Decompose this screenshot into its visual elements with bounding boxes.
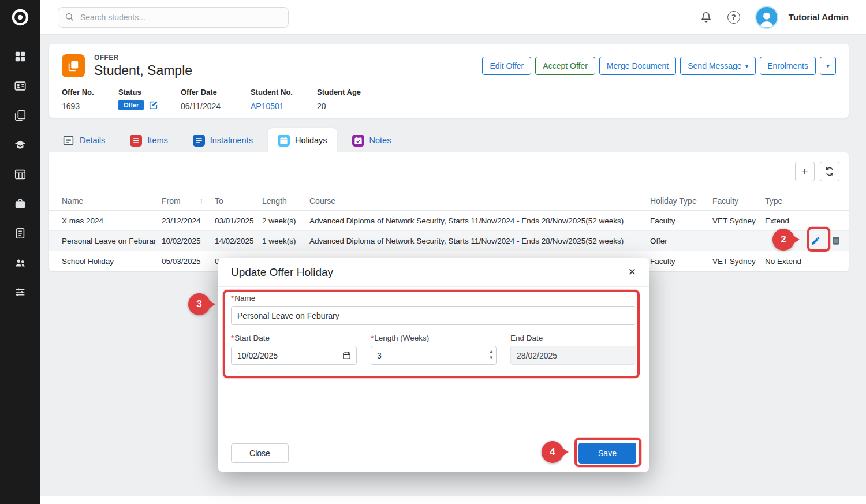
edit-status-icon[interactable]: [148, 100, 159, 110]
cell-from: 10/02/2025: [156, 231, 209, 251]
invoice-icon: [14, 227, 27, 240]
cell-name: School Holiday: [49, 251, 156, 271]
tab-holidays-label: Holidays: [295, 136, 327, 145]
accept-offer-button[interactable]: Accept Offer: [535, 57, 595, 75]
chevron-down-icon: ▾: [745, 62, 749, 70]
cell-actions: [802, 211, 849, 231]
tab-instalments[interactable]: Instalments: [183, 128, 263, 152]
col-header-to[interactable]: To: [209, 191, 256, 211]
sidebar-nav: [13, 35, 27, 299]
enrolments-button[interactable]: Enrolments: [760, 57, 816, 75]
holidays-icon: [278, 135, 290, 147]
cell-faculty: VET Sydney: [707, 211, 759, 231]
chevron-down-icon: ▾: [826, 62, 830, 70]
student-age-value: 20: [317, 102, 361, 111]
col-header-from[interactable]: From ↑: [156, 191, 209, 211]
col-header-length[interactable]: Length: [256, 191, 304, 211]
app-logo[interactable]: [0, 0, 40, 35]
help-icon: ?: [727, 11, 740, 24]
start-date-input[interactable]: [231, 346, 357, 365]
sidebar: [0, 0, 40, 504]
cell-length: 1 week(s): [256, 231, 304, 251]
table-row: Personal Leave on Feburary 10/02/2025 14…: [49, 231, 849, 251]
offer-header-card: OFFER Student, Sample Edit Offer Accept …: [49, 44, 849, 118]
offer-type-icon: [62, 54, 85, 77]
dashboard-icon: [14, 50, 27, 63]
edit-holiday-icon[interactable]: [811, 236, 821, 246]
send-message-button[interactable]: Send Message ▾: [680, 57, 756, 75]
holiday-name-input[interactable]: [231, 306, 636, 325]
close-button[interactable]: Close: [231, 443, 289, 463]
cell-faculty: VET Sydney: [707, 251, 759, 271]
edit-offer-button[interactable]: Edit Offer: [482, 57, 531, 75]
sidebar-item-reports[interactable]: [13, 167, 27, 181]
table-toolbar: +: [49, 152, 849, 191]
cell-type: No Extend: [759, 251, 802, 271]
cell-type: Extend: [759, 211, 802, 231]
from-header-label: From: [162, 196, 181, 206]
table-icon: [14, 168, 27, 181]
graduation-cap-icon: [14, 139, 27, 151]
sidebar-item-dashboard[interactable]: [13, 50, 27, 64]
sidebar-item-courses[interactable]: [13, 138, 27, 152]
sidebar-item-agents[interactable]: [13, 197, 27, 211]
more-actions-button[interactable]: ▾: [820, 57, 836, 75]
sidebar-item-offers[interactable]: [13, 109, 27, 122]
col-header-type[interactable]: Type: [759, 191, 802, 211]
user-icon: [757, 9, 777, 28]
tab-items-label: Items: [147, 136, 167, 145]
length-weeks-input[interactable]: [371, 346, 497, 365]
search-box: [58, 7, 289, 28]
tab-items[interactable]: Items: [120, 128, 177, 152]
col-header-holiday-type[interactable]: Holiday Type: [644, 191, 707, 211]
help-button[interactable]: ?: [727, 11, 740, 24]
col-header-faculty[interactable]: Faculty: [707, 191, 759, 211]
step-3-number: 3: [188, 293, 210, 315]
cell-name: X mas 2024: [49, 211, 156, 231]
stepper-up-icon[interactable]: ▴: [490, 348, 492, 354]
topbar-right: ? Tutorial Admin: [700, 6, 849, 29]
student-no-link[interactable]: AP10501: [251, 102, 317, 111]
close-icon[interactable]: ✕: [628, 266, 636, 278]
save-button[interactable]: Save: [578, 443, 636, 464]
main-content: OFFER Student, Sample Edit Offer Accept …: [40, 35, 866, 271]
step-3-callout: 3: [188, 293, 210, 315]
search-input[interactable]: [58, 7, 289, 28]
tab-notes[interactable]: Notes: [342, 128, 401, 152]
col-header-course[interactable]: Course: [304, 191, 644, 211]
sidebar-item-settings[interactable]: [13, 285, 27, 299]
sidebar-item-users[interactable]: [13, 256, 27, 270]
modal-title: Update Offer Holiday: [231, 266, 333, 279]
name-field-label: Name: [234, 294, 255, 303]
delete-holiday-icon[interactable]: [831, 236, 841, 246]
instalments-icon: [193, 135, 205, 147]
student-no-label: Student No.: [251, 88, 317, 96]
cell-type: [759, 231, 802, 251]
tab-details[interactable]: Details: [53, 128, 115, 152]
offer-no-value: 1693: [62, 102, 118, 111]
merge-document-button[interactable]: Merge Document: [599, 57, 676, 75]
tab-holidays[interactable]: Holidays: [268, 128, 337, 152]
refresh-button[interactable]: [820, 162, 839, 181]
update-offer-holiday-modal: Update Offer Holiday ✕ * Name * Start Da…: [218, 258, 649, 472]
documents-icon: [14, 109, 27, 122]
bell-icon: [700, 11, 712, 24]
number-stepper[interactable]: ▴ ▾: [490, 348, 492, 361]
cell-to: 14/02/2025: [209, 231, 256, 251]
notifications-button[interactable]: [700, 11, 712, 24]
avatar[interactable]: [755, 6, 778, 29]
sidebar-item-students[interactable]: [13, 79, 27, 93]
add-holiday-button[interactable]: +: [795, 162, 815, 181]
status-badge: Offer: [118, 100, 144, 110]
cell-actions: [802, 231, 849, 251]
sidebar-item-finance[interactable]: [13, 226, 27, 240]
items-icon: [130, 135, 142, 147]
offer-kicker: OFFER: [94, 54, 192, 62]
tab-notes-label: Notes: [369, 136, 391, 145]
col-header-name[interactable]: Name: [49, 191, 156, 211]
table-row: X mas 2024 23/12/2024 03/01/2025 2 week(…: [49, 211, 849, 231]
required-asterisk: *: [231, 294, 234, 303]
stepper-down-icon[interactable]: ▾: [490, 354, 492, 361]
briefcase-icon: [14, 197, 27, 210]
holidays-panel: + Name: [49, 152, 849, 271]
